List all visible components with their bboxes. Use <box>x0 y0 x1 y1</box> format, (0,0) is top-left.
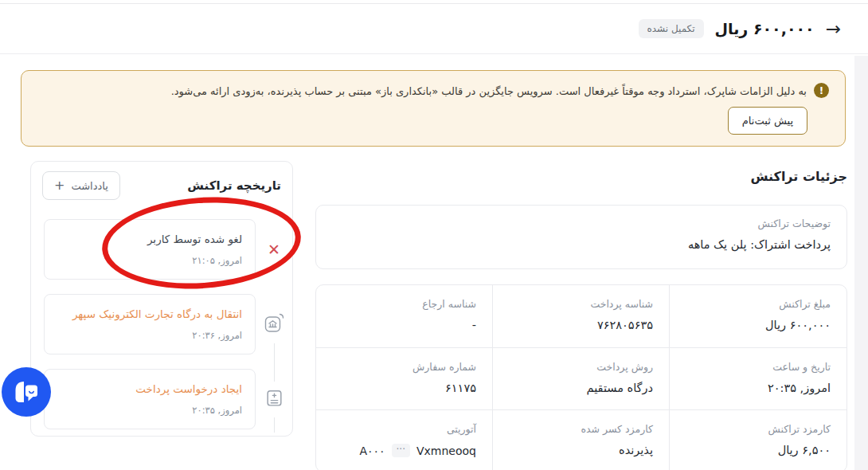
timeline-card[interactable]: انتقال به درگاه تجارت الکترونیک سپهر امر… <box>44 294 256 354</box>
field-payment-id: شناسه پرداخت ۷۶۲۸۰۵۶۳۵ <box>493 285 670 347</box>
field-label: شماره سفارش <box>332 361 476 373</box>
details-title: جزئیات تراکنش <box>315 169 847 184</box>
field-authority: آتوریتی Vxmneooq ··· A۰۰۰ <box>316 409 493 470</box>
timeline-item-time: امروز, ۲۱:۰۵ <box>57 255 242 266</box>
authority-value: Vxmneooq ··· A۰۰۰ <box>332 444 476 457</box>
field-label: شناسه پرداخت <box>509 298 653 310</box>
timeline-item-title: لغو شده توسط کاربر <box>57 233 242 245</box>
app-window: → ۶۰۰,۰۰۰ ریال تکمیل نشده ! به دلیل الزا… <box>0 0 868 470</box>
timeline: ✕ لغو شده توسط کاربر امروز, ۲۱:۰۵ <box>44 219 292 429</box>
timeline-card[interactable]: ایجاد درخواست پرداخت امروز, ۲۰:۳۵ <box>44 369 256 429</box>
warning-message: به دلیل الزامات شاپرک، استرداد وجه موقتا… <box>171 82 807 100</box>
timeline-item-payment-request: ایجاد درخواست پرداخت امروز, ۲۰:۳۵ <box>44 369 292 429</box>
field-value: - <box>332 319 476 331</box>
transaction-header: → ۶۰۰,۰۰۰ ریال تکمیل نشده <box>0 4 868 54</box>
timeline-card[interactable]: لغو شده توسط کاربر امروز, ۲۱:۰۵ <box>44 219 256 280</box>
field-label: مبلغ تراکنش <box>686 298 831 310</box>
field-value: ۶,۵۰۰ ریال <box>686 444 831 456</box>
add-note-button[interactable]: یادداشت + <box>42 171 120 200</box>
chat-widget-button[interactable] <box>2 367 51 417</box>
transaction-details-section: جزئیات تراکنش توضیحات تراکنش پرداخت اشتر… <box>315 169 847 470</box>
add-note-label: یادداشت <box>71 180 108 192</box>
transaction-amount: ۶۰۰,۰۰۰ ریال <box>715 20 815 37</box>
timeline-item-time: امروز, ۲۰:۳۵ <box>57 405 242 416</box>
transaction-history-panel: تاریخچه تراکنش یادداشت + ✕ لغو شده توسط … <box>30 161 293 437</box>
details-grid: مبلغ تراکنش ۶۰۰,۰۰۰ ریال شناسه پرداخت ۷۶… <box>315 284 847 470</box>
timeline-item-time: امروز, ۲۰:۳۶ <box>57 330 242 341</box>
alert-icon: ! <box>814 83 829 98</box>
cancel-x-icon: ✕ <box>268 239 280 260</box>
chat-logo-icon <box>12 379 41 405</box>
field-label: روش پرداخت <box>509 361 653 373</box>
shaparak-warning-banner: ! به دلیل الزامات شاپرک، استرداد وجه موق… <box>21 70 846 147</box>
field-transaction-fee: کارمزد تراکنش ۶,۵۰۰ ریال <box>670 409 846 470</box>
field-value: ۶۱۱۷۵ <box>332 382 476 394</box>
scrollbar-track[interactable] <box>854 56 868 470</box>
description-card: توضیحات تراکنش پرداخت اشتراک: پلن یک ماه… <box>315 205 847 269</box>
timeline-item-gateway-transfer: انتقال به درگاه تجارت الکترونیک سپهر امر… <box>44 294 292 354</box>
field-order-number: شماره سفارش ۶۱۱۷۵ <box>316 347 493 409</box>
field-fee-deducted-from: کارمزد کسر شده پذیرنده <box>493 409 670 470</box>
field-label: آتوریتی <box>332 423 476 435</box>
field-label: کارمزد کسر شده <box>509 423 653 435</box>
field-payment-method: روش پرداخت درگاه مستقیم <box>493 347 670 409</box>
field-label: تاریخ و ساعت <box>686 361 831 373</box>
field-date-time: تاریخ و ساعت امروز, ۲۰:۳۵ <box>670 347 846 409</box>
timeline-item-cancelled: ✕ لغو شده توسط کاربر امروز, ۲۱:۰۵ <box>44 219 292 280</box>
authority-expand-chip[interactable]: ··· <box>392 444 410 457</box>
plus-icon: + <box>54 179 65 192</box>
payment-request-doc-icon <box>264 382 284 417</box>
bank-gateway-icon <box>264 306 285 343</box>
authority-start: A۰۰۰ <box>359 445 385 457</box>
authority-end: Vxmneooq <box>416 445 476 457</box>
back-arrow-icon[interactable]: → <box>826 20 841 38</box>
field-value: امروز, ۲۰:۳۵ <box>686 382 831 394</box>
status-badge: تکمیل نشده <box>639 19 704 38</box>
field-reference-id: شناسه ارجاع - <box>316 285 493 347</box>
history-title: تاریخچه تراکنش <box>187 178 281 193</box>
field-value: پذیرنده <box>509 444 653 456</box>
field-label: شناسه ارجاع <box>332 298 476 310</box>
field-label: کارمزد تراکنش <box>686 423 831 435</box>
field-value: ۷۶۲۸۰۵۶۳۵ <box>509 319 653 331</box>
timeline-item-title: انتقال به درگاه تجارت الکترونیک سپهر <box>57 307 242 320</box>
field-value: درگاه مستقیم <box>509 382 653 394</box>
field-value: ۶۰۰,۰۰۰ ریال <box>686 319 831 331</box>
description-value: پرداخت اشتراک: پلن یک ماهه <box>332 238 831 251</box>
description-label: توضیحات تراکنش <box>332 217 831 229</box>
timeline-item-title: ایجاد درخواست پرداخت <box>57 382 242 395</box>
field-amount: مبلغ تراکنش ۶۰۰,۰۰۰ ریال <box>670 285 846 347</box>
pre-register-button[interactable]: پیش ثبت‌نام <box>728 107 807 135</box>
